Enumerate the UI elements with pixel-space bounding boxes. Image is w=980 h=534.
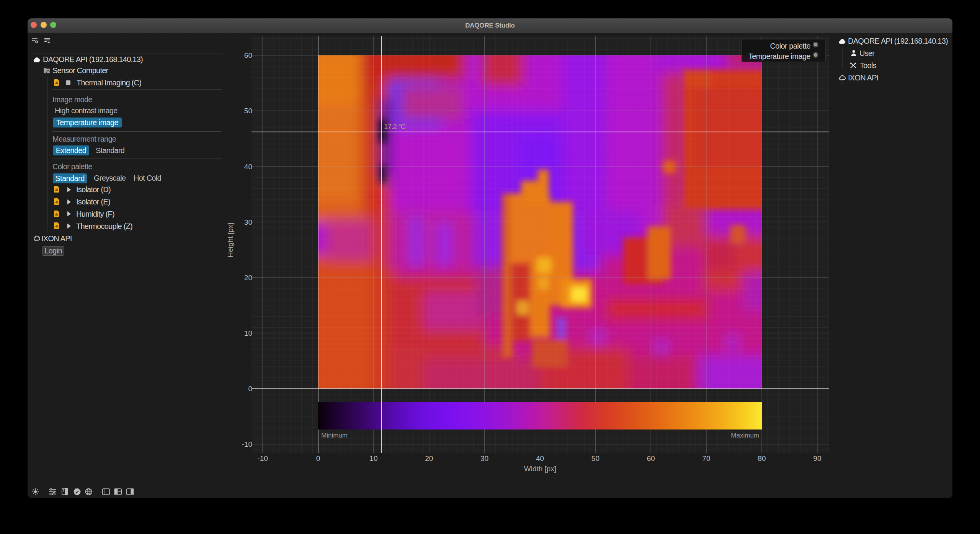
svg-text:50: 50	[244, 107, 252, 115]
svg-text:50: 50	[591, 454, 599, 462]
svg-text:60: 60	[244, 51, 252, 59]
svg-text:Width [px]: Width [px]	[524, 465, 556, 473]
svg-text:20: 20	[425, 454, 433, 462]
svg-text:60: 60	[647, 454, 655, 462]
svg-text:30: 30	[244, 218, 252, 226]
svg-text:20: 20	[244, 274, 252, 282]
svg-text:0: 0	[316, 454, 320, 462]
svg-text:Minimum: Minimum	[321, 432, 348, 439]
svg-text:-10: -10	[257, 454, 268, 462]
svg-text:0: 0	[248, 385, 252, 393]
svg-text:90: 90	[813, 454, 821, 462]
svg-text:40: 40	[244, 163, 252, 171]
svg-text:10: 10	[244, 329, 252, 337]
svg-text:17.2 °C: 17.2 °C	[384, 122, 406, 131]
svg-text:Maximum: Maximum	[731, 432, 759, 439]
svg-text:30: 30	[480, 454, 488, 462]
svg-text:80: 80	[758, 454, 766, 462]
svg-text:10: 10	[369, 454, 377, 462]
svg-text:Height [px]: Height [px]	[226, 223, 234, 258]
svg-text:-10: -10	[242, 440, 252, 448]
svg-text:40: 40	[536, 454, 544, 462]
svg-text:70: 70	[702, 454, 710, 462]
